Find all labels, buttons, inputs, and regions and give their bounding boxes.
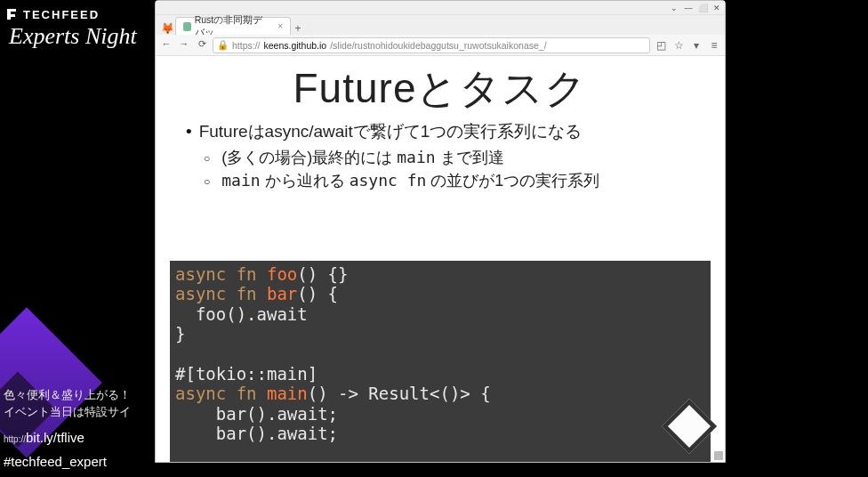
browser-toolbar: ← → ⟳ 🔒 https://keens.github.io/slide/ru… [156, 35, 725, 56]
overlay-bottom: 色々便利＆盛り上がる！ イベント当日は特設サイ http://bit.ly/tf… [4, 387, 153, 472]
bullet-3-text1: から辿れる [261, 172, 350, 190]
code-fn: foo [257, 264, 298, 284]
slide: Futureとタスク Futureはasync/awaitで繋げて1つの実行系列… [156, 56, 725, 191]
code-kw: fn [226, 264, 256, 284]
bullet-1: Futureはasync/awaitで繋げて1つの実行系列になる [186, 120, 716, 143]
window-close-icon[interactable]: ✕ [712, 4, 721, 12]
overlay-line1: 色々便利＆盛り上がる！ [4, 387, 153, 404]
code-text: () { [297, 284, 338, 303]
lock-icon: 🔒 [217, 39, 229, 51]
scrollbar-corner[interactable] [714, 451, 723, 460]
slide-bullets: Futureはasync/awaitで繋げて1つの実行系列になる (多くの場合)… [165, 120, 716, 191]
bullet-2-code: main [397, 148, 435, 166]
bullet-3-code1: main [221, 171, 260, 190]
overlay-hashtag: #techfeed_expert [4, 451, 153, 472]
code-text: () {} [297, 264, 348, 284]
firefox-icon[interactable]: 🦊 [159, 22, 175, 35]
overlay-link-text: bit.ly/tflive [26, 430, 84, 445]
bullet-2: (多くの場合)最終的には main まで到達 [204, 147, 716, 168]
code-text: () -> Result<()> { [308, 384, 491, 403]
bookmark-star-icon[interactable]: ☆ [671, 39, 686, 52]
techfeed-logo-icon [5, 7, 20, 21]
download-icon[interactable]: ▾ [689, 39, 703, 52]
url-path: /slide/rustnohidoukidebaggutsu_ruwotsuka… [330, 40, 546, 51]
slide-title: Futureとタスク [165, 61, 716, 117]
window-maximize-icon[interactable]: ⬜ [698, 4, 707, 12]
code-fn: main [257, 384, 308, 403]
code-kw: async [175, 384, 226, 403]
tab-favicon-icon [183, 22, 191, 31]
brand-block: TECHFEED Experts Night [0, 0, 155, 50]
code-fn: bar [257, 284, 298, 303]
code-text: bar().await; [175, 404, 338, 424]
overlay-link[interactable]: http://bit.ly/tflive [4, 427, 153, 448]
tab-close-icon[interactable]: × [277, 21, 283, 31]
code-text: bar().await; [175, 424, 338, 443]
bullet-3-text2: の並びが1つの実行系列 [426, 172, 599, 190]
code-kw: async [175, 284, 226, 303]
pocket-icon[interactable]: ◰ [654, 39, 668, 52]
browser-tab[interactable]: Rustの非同期デバッ × [175, 17, 291, 35]
url-scheme: https:// [232, 40, 261, 51]
code-block: async fn foo() {} async fn bar() { foo()… [170, 261, 711, 462]
nav-reload-icon[interactable]: ⟳ [195, 38, 209, 53]
bullet-3-code2: async fn [350, 171, 427, 190]
window-dropdown-icon[interactable]: ⌄ [670, 4, 679, 12]
code-text: #[tokio::main] [175, 364, 317, 384]
browser-window: ⌄ — ⬜ ✕ 🦊 Rustの非同期デバッ × + ← → ⟳ 🔒 https:… [155, 0, 726, 463]
bullet-3: main から辿れる async fn の並びが1つの実行系列 [204, 170, 716, 191]
page-viewport: Futureとタスク Futureはasync/awaitで繋げて1つの実行系列… [156, 56, 725, 462]
overlay-line2: イベント当日は特設サイ [4, 404, 153, 421]
bullet-2-tail: まで到達 [436, 149, 504, 166]
overlay-link-proto: http:// [4, 434, 26, 444]
brand-name: TECHFEED [23, 8, 100, 21]
code-kw: async [175, 264, 226, 284]
url-host: keens.github.io [264, 40, 327, 51]
nav-back-icon[interactable]: ← [159, 38, 173, 53]
nav-forward-icon[interactable]: → [177, 38, 191, 53]
code-kw: fn [226, 284, 256, 303]
tab-strip: 🦊 Rustの非同期デバッ × + [156, 15, 725, 35]
code-text: } [175, 324, 185, 344]
brand-sub: Experts Night [5, 23, 149, 50]
new-tab-button[interactable]: + [291, 22, 305, 35]
event-overlay: TECHFEED Experts Night 色々便利＆盛り上がる！ イベント当… [0, 0, 155, 477]
code-text: foo().await [175, 304, 308, 324]
code-kw: fn [226, 384, 256, 403]
bullet-2-text: (多くの場合)最終的には [221, 149, 397, 166]
window-minimize-icon[interactable]: — [684, 4, 693, 12]
hamburger-menu-icon[interactable]: ≡ [707, 39, 721, 52]
url-bar[interactable]: 🔒 https://keens.github.io/slide/rustnohi… [213, 37, 650, 53]
